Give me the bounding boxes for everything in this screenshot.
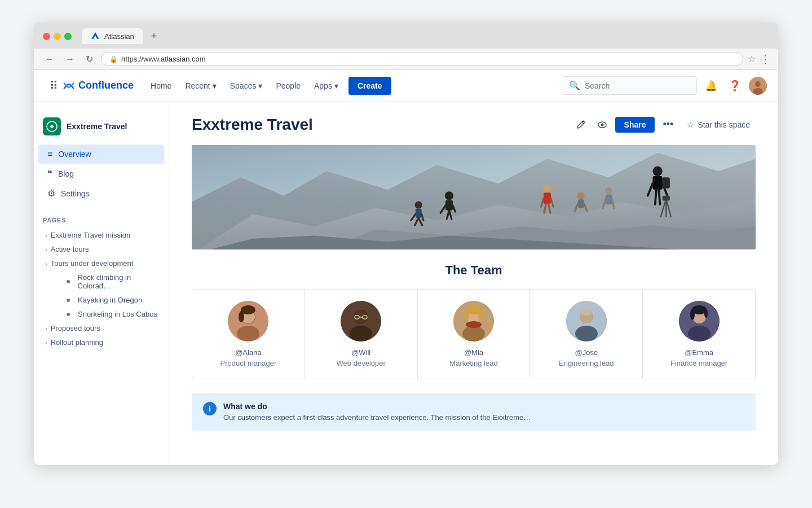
sidebar-item-overview[interactable]: ≡ Overview xyxy=(38,144,164,164)
recent-nav-link[interactable]: Recent ▾ xyxy=(179,77,222,95)
search-bar[interactable]: 🔍 xyxy=(562,76,697,95)
eye-icon xyxy=(597,120,607,130)
svg-point-56 xyxy=(350,326,372,341)
chevron-icon: › xyxy=(45,325,47,332)
page-item-proposed[interactable]: › Proposed tours xyxy=(43,321,160,335)
browser-tab[interactable]: Atlassian xyxy=(82,28,143,44)
svg-line-42 xyxy=(659,190,660,204)
svg-point-67 xyxy=(466,321,482,328)
confluence-logo-icon xyxy=(63,80,75,92)
chevron-icon: › xyxy=(45,260,47,267)
team-card-will: @Will Web developer xyxy=(305,290,418,379)
svg-point-29 xyxy=(577,192,585,199)
search-input[interactable] xyxy=(585,81,690,90)
page-item-snorkeling[interactable]: Snorkeling in Los Cabos xyxy=(43,307,160,321)
header-actions: Share ••• ☆ Star this space xyxy=(572,115,756,134)
page-title: Exxtreme Travel xyxy=(192,116,566,134)
page-item-rollout[interactable]: › Rollout planning xyxy=(43,335,160,349)
apps-chevron-icon: ▾ xyxy=(334,81,338,90)
space-icon xyxy=(43,117,61,135)
team-handle-emma: @Emma xyxy=(650,348,748,357)
window-controls xyxy=(43,33,72,40)
apps-nav-link[interactable]: Apps ▾ xyxy=(308,77,344,95)
new-tab-button[interactable]: + xyxy=(151,30,157,42)
svg-rect-34 xyxy=(606,195,612,204)
recent-chevron-icon: ▾ xyxy=(213,81,217,90)
svg-point-65 xyxy=(465,309,469,320)
blog-label: Blog xyxy=(58,169,74,178)
bullet-icon xyxy=(67,280,70,283)
svg-rect-18 xyxy=(445,200,453,210)
atlassian-tab-icon xyxy=(91,32,100,41)
page-item-rock-climbing[interactable]: Rock climbing in Colorad… xyxy=(43,270,160,293)
svg-point-33 xyxy=(605,187,612,195)
more-options-icon: ••• xyxy=(663,119,673,130)
team-handle-jose: @Jose xyxy=(537,348,636,357)
minimize-window-btn[interactable] xyxy=(54,33,61,40)
app-container: ⠿ Confluence Home Recent ▾ Spaces ▾ Peo xyxy=(34,70,778,465)
svg-point-17 xyxy=(445,191,453,200)
overview-label: Overview xyxy=(58,150,91,159)
edit-button[interactable] xyxy=(572,116,589,133)
share-button[interactable]: Share xyxy=(615,117,655,133)
browser-menu-button[interactable]: ⋮ xyxy=(760,53,770,65)
page-label: Exxtreme Travel mission xyxy=(51,231,131,239)
user-avatar[interactable] xyxy=(749,77,767,95)
info-box: i What we do Our customers expect a firs… xyxy=(192,393,756,431)
confluence-logo[interactable]: Confluence xyxy=(63,80,134,92)
home-nav-link[interactable]: Home xyxy=(145,77,177,95)
svg-point-63 xyxy=(462,326,485,341)
star-space-button[interactable]: ☆ Star this space xyxy=(681,117,756,133)
help-button[interactable]: ❓ xyxy=(725,76,744,95)
bullet-icon xyxy=(67,313,70,316)
bullet-icon xyxy=(67,299,70,302)
team-card-mia: @Mia Marketing lead xyxy=(418,290,531,379)
svg-point-70 xyxy=(575,326,598,341)
svg-point-5 xyxy=(601,123,603,126)
back-button[interactable]: ← xyxy=(42,53,58,65)
page-label: Active tours xyxy=(51,245,89,253)
tab-title: Atlassian xyxy=(104,32,134,41)
team-avatar-emma xyxy=(679,301,720,341)
address-bar-row: ← → ↻ 🔒 https://www.atlassian.com ☆ ⋮ xyxy=(34,49,778,70)
team-role-alana: Product manager xyxy=(199,359,298,367)
svg-point-77 xyxy=(704,309,708,318)
bookmark-button[interactable]: ☆ xyxy=(748,54,756,64)
page-label: Rollout planning xyxy=(51,338,103,347)
page-item-active-tours[interactable]: › Active tours xyxy=(43,242,160,256)
refresh-button[interactable]: ↻ xyxy=(82,52,96,65)
svg-point-1 xyxy=(755,81,761,87)
svg-point-57 xyxy=(355,310,367,323)
space-name: Exxtreme Travel xyxy=(67,122,127,131)
svg-rect-24 xyxy=(544,192,551,204)
apps-grid-icon[interactable]: ⠿ xyxy=(45,75,63,97)
notifications-button[interactable]: 🔔 xyxy=(701,76,721,95)
edit-icon xyxy=(576,120,586,130)
maximize-window-btn[interactable] xyxy=(64,33,72,40)
page-item-tours-dev[interactable]: › Tours under development xyxy=(43,256,160,270)
team-role-jose: Engineering lead xyxy=(537,359,636,367)
browser-tab-bar: Atlassian + xyxy=(34,23,778,49)
chevron-icon: › xyxy=(45,339,47,346)
address-bar[interactable]: 🔒 https://www.atlassian.com xyxy=(101,52,743,66)
forward-button[interactable]: → xyxy=(62,53,78,65)
svg-rect-12 xyxy=(416,209,422,218)
sidebar: Exxtreme Travel ≡ Overview ❝ Blog ⚙ Sett… xyxy=(34,102,169,463)
hero-image-inner xyxy=(192,145,756,249)
info-text: Our customers expect a first-class adven… xyxy=(223,413,744,422)
create-button[interactable]: Create xyxy=(348,77,391,95)
more-options-button[interactable]: ••• xyxy=(659,115,677,134)
page-item-mission[interactable]: › Exxtreme Travel mission xyxy=(43,228,160,242)
page-item-kayaking[interactable]: Kayaking in Oregon xyxy=(43,293,160,307)
team-card-emma: @Emma Finance manager xyxy=(643,290,755,379)
sidebar-item-blog[interactable]: ❝ Blog xyxy=(38,164,164,183)
people-nav-link[interactable]: People xyxy=(270,77,306,95)
spaces-chevron-icon: ▾ xyxy=(258,81,262,90)
settings-label: Settings xyxy=(61,189,90,198)
view-button[interactable] xyxy=(594,116,611,133)
sidebar-navigation: ≡ Overview ❝ Blog ⚙ Settings xyxy=(34,144,169,203)
logo-text: Confluence xyxy=(78,80,134,91)
sidebar-item-settings[interactable]: ⚙ Settings xyxy=(38,183,164,203)
close-window-btn[interactable] xyxy=(43,33,50,40)
spaces-nav-link[interactable]: Spaces ▾ xyxy=(224,77,268,95)
